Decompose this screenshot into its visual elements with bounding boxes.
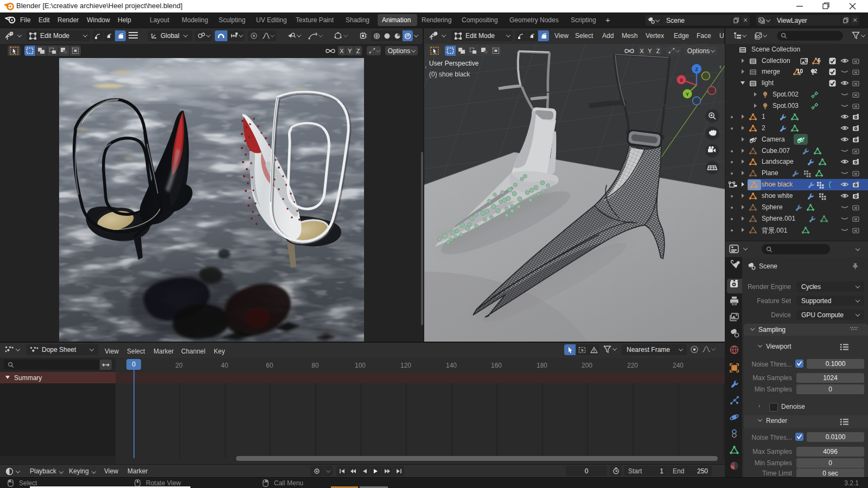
svg-text:Z: Z xyxy=(695,67,698,72)
svg-text:X: X xyxy=(680,78,683,83)
svg-text:Y: Y xyxy=(686,92,689,97)
